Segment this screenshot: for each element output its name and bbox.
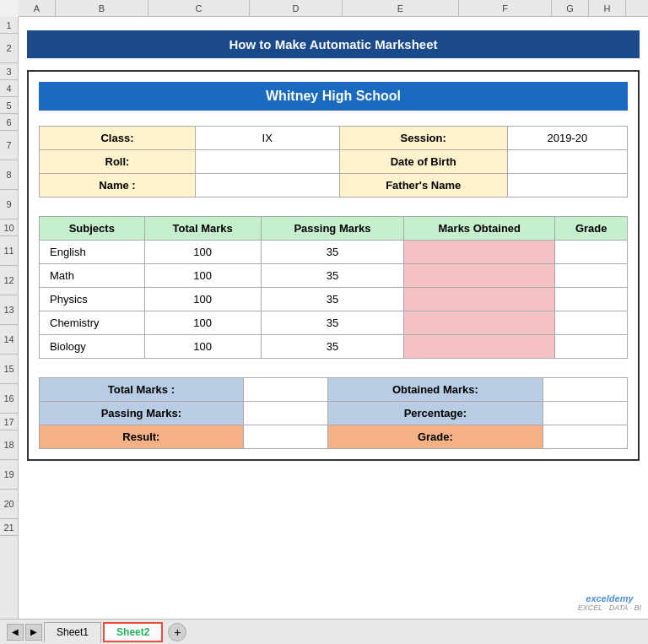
passing-biology: 35 [261, 335, 403, 359]
row-num-17: 17 [0, 414, 18, 430]
tab-sheet1[interactable]: Sheet1 [44, 622, 101, 642]
percentage-value[interactable] [543, 402, 628, 425]
row-num-4: 4 [0, 80, 18, 97]
info-row-name: Name : Father's Name [40, 174, 628, 198]
row-num-7: 7 [0, 131, 18, 160]
summary-row-total: Total Marks : Obtained Marks: [40, 378, 628, 402]
col-header-b: B [56, 0, 148, 16]
col-header-f: F [459, 0, 552, 16]
marks-row-math: Math 100 35 [40, 264, 628, 288]
col-header-e: E [343, 0, 459, 16]
subject-biology: Biology [40, 335, 145, 359]
percentage-label: Percentage: [327, 402, 543, 425]
total-english: 100 [144, 241, 261, 264]
row-num-2: 2 [0, 34, 18, 63]
row-num-18: 18 [0, 430, 18, 460]
grade-physics[interactable] [555, 288, 628, 311]
subject-math: Math [40, 264, 145, 288]
name-label: Name : [40, 174, 196, 198]
info-row-roll: Roll: Date of Birth [40, 150, 628, 174]
obtained-chemistry[interactable] [404, 311, 555, 335]
passing-chemistry: 35 [261, 311, 403, 335]
grade-chemistry[interactable] [555, 311, 628, 335]
row-num-14: 14 [0, 325, 18, 354]
total-marks-label: Total Marks : [40, 378, 244, 402]
info-row-class: Class: IX Session: 2019-20 [40, 127, 628, 150]
tab-nav-left[interactable]: ◀ [7, 624, 24, 641]
summary-table: Total Marks : Obtained Marks: Passing Ma… [39, 377, 628, 449]
col-header-a: A [19, 0, 56, 16]
class-value[interactable]: IX [195, 127, 339, 150]
grade-english[interactable] [555, 241, 628, 264]
obtained-physics[interactable] [404, 288, 555, 311]
session-value[interactable]: 2019-20 [507, 127, 627, 150]
header-marks-obtained: Marks Obtained [404, 217, 555, 241]
dob-label: Date of Birth [339, 150, 507, 174]
total-chemistry: 100 [144, 311, 261, 335]
header-total-marks: Total Marks [144, 217, 261, 241]
sheet-content: How to Make Automatic Marksheet Whitney … [19, 17, 648, 619]
col-header-d: D [250, 0, 343, 16]
col-header-c: C [148, 0, 250, 16]
row-num-3: 3 [0, 63, 18, 80]
roll-label: Roll: [40, 150, 196, 174]
name-value[interactable] [195, 174, 339, 198]
col-header-g: G [552, 0, 589, 16]
result-value[interactable] [243, 425, 327, 449]
marks-header-row: Subjects Total Marks Passing Marks Marks… [40, 217, 628, 241]
row-num-21: 21 [0, 519, 18, 536]
total-physics: 100 [144, 288, 261, 311]
row-num-11: 11 [0, 236, 18, 266]
total-biology: 100 [144, 335, 261, 359]
grade-value[interactable] [543, 425, 628, 449]
main-title: How to Make Automatic Marksheet [27, 30, 640, 58]
col-header-h: H [589, 0, 626, 16]
grade-biology[interactable] [555, 335, 628, 359]
watermark: exceldemy EXCEL · DATA · BI [578, 593, 641, 612]
row-num-20: 20 [0, 490, 18, 519]
obtained-marks-value[interactable] [543, 378, 628, 402]
passing-marks-value[interactable] [243, 402, 327, 425]
summary-row-passing: Passing Marks: Percentage: [40, 402, 628, 425]
row-num-1: 1 [0, 17, 18, 34]
father-value[interactable] [507, 174, 627, 198]
row-numbers: 1 2 3 4 5 6 7 8 9 10 11 12 13 14 15 16 1… [0, 17, 19, 619]
passing-physics: 35 [261, 288, 403, 311]
marks-row-physics: Physics 100 35 [40, 288, 628, 311]
outer-box: Whitney High School Class: IX Session: 2… [27, 70, 640, 461]
row-num-9: 9 [0, 190, 18, 219]
dob-value[interactable] [507, 150, 627, 174]
obtained-biology[interactable] [404, 335, 555, 359]
column-headers: A B C D E F G H [19, 0, 648, 17]
obtained-english[interactable] [404, 241, 555, 264]
row-num-16: 16 [0, 384, 18, 414]
sheet-content-area: How to Make Automatic Marksheet Whitney … [19, 17, 648, 619]
subject-english: English [40, 241, 145, 264]
tab-nav-right[interactable]: ▶ [25, 624, 42, 641]
passing-english: 35 [261, 241, 403, 264]
passing-marks-label: Passing Marks: [40, 402, 244, 425]
row-num-10: 10 [0, 219, 18, 236]
header-grade: Grade [555, 217, 628, 241]
tab-sheet2[interactable]: Sheet2 [103, 622, 163, 642]
grid-body: 1 2 3 4 5 6 7 8 9 10 11 12 13 14 15 16 1… [0, 17, 648, 619]
row-num-19: 19 [0, 460, 18, 490]
row-num-13: 13 [0, 295, 18, 325]
marks-row-english: English 100 35 [40, 241, 628, 264]
roll-value[interactable] [195, 150, 339, 174]
add-sheet-button[interactable]: + [168, 623, 186, 641]
class-label: Class: [40, 127, 196, 150]
subject-chemistry: Chemistry [40, 311, 145, 335]
passing-math: 35 [261, 264, 403, 288]
subject-physics: Physics [40, 288, 145, 311]
obtained-math[interactable] [404, 264, 555, 288]
grade-math[interactable] [555, 264, 628, 288]
marks-table: Subjects Total Marks Passing Marks Marks… [39, 216, 628, 359]
row-num-8: 8 [0, 160, 18, 190]
grade-label: Grade: [327, 425, 543, 449]
obtained-marks-label: Obtained Marks: [327, 378, 543, 402]
total-marks-value[interactable] [243, 378, 327, 402]
spreadsheet-chrome: A B C D E F G H 1 2 3 4 5 6 7 8 9 10 11 … [0, 0, 648, 644]
marks-row-biology: Biology 100 35 [40, 335, 628, 359]
row-num-5: 5 [0, 97, 18, 114]
